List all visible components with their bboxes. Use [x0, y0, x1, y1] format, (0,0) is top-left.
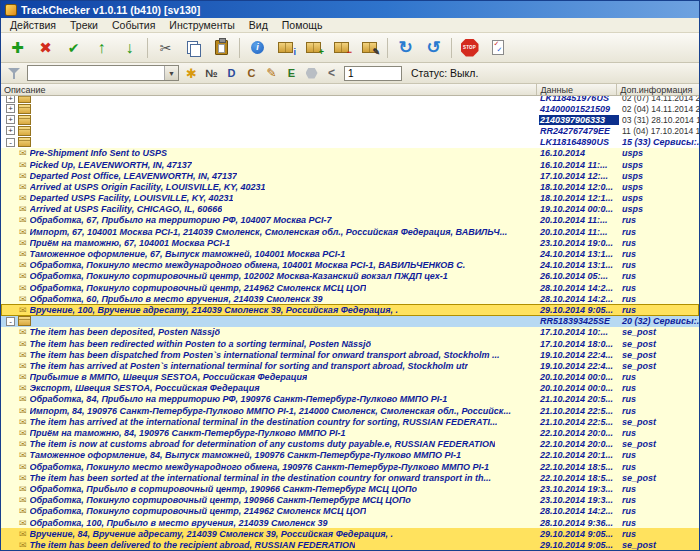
event-mail-icon: ✉: [19, 473, 27, 483]
track-row[interactable]: +LK118451976US02 (07) 14.11.2014 21:...: [1, 96, 699, 103]
add-track-button[interactable]: ✚: [4, 35, 31, 61]
event-row[interactable]: ✉Departed Post Office, LEAVENWORTH, IN, …: [1, 170, 699, 181]
edit-pen-button[interactable]: ✎: [262, 64, 281, 82]
description-cell: ✉The item has been deposited, Posten Näs…: [1, 327, 539, 337]
event-row[interactable]: ✉Pre-Shipment Info Sent to USPS16.10.201…: [1, 148, 699, 159]
expand-toggle[interactable]: +: [6, 104, 15, 113]
track-row[interactable]: -LK118164890US15 (33) Сервисы:...: [1, 137, 699, 148]
delete-track-button[interactable]: ✖: [32, 35, 59, 61]
settings-button[interactable]: ✱: [182, 64, 201, 82]
track-number-cell: 41400001521509: [539, 104, 619, 114]
track-info-button[interactable]: i: [244, 35, 271, 61]
event-row[interactable]: ✉Обработка, Покинуло сортировочный центр…: [1, 495, 699, 506]
column-header-description[interactable]: Описание: [1, 84, 537, 95]
menu-item[interactable]: Треки: [63, 18, 105, 32]
event-date-cell: 22.10.2014 20:0...: [539, 428, 619, 438]
extra-info-cell: usps: [619, 148, 699, 158]
event-row[interactable]: ✉Импорт, 67, 104001 Москва PCI-1, 214039…: [1, 226, 699, 237]
track-row[interactable]: +RR242767479EE11 (04) 17.10.2014 15:...: [1, 125, 699, 136]
paste-button[interactable]: [208, 35, 235, 61]
event-row[interactable]: ✉Обработка, Покинуло место международног…: [1, 260, 699, 271]
copy-button[interactable]: [180, 35, 207, 61]
event-row[interactable]: ✉The item has been sorted at the interna…: [1, 472, 699, 483]
add-package-button[interactable]: [300, 35, 327, 61]
expand-toggle[interactable]: +: [6, 96, 15, 103]
filter-combo[interactable]: ▼: [27, 65, 179, 81]
edit-package-button[interactable]: [356, 35, 383, 61]
menu-item[interactable]: Помощь: [275, 18, 330, 32]
event-row[interactable]: ✉The item has arrived at the internation…: [1, 416, 699, 427]
move-down-button[interactable]: ↓: [116, 35, 143, 61]
refresh-button[interactable]: ↻: [392, 35, 419, 61]
event-row[interactable]: ✉Вручение, 100, Вручение адресату, 21403…: [1, 304, 699, 315]
expand-toggle[interactable]: +: [6, 126, 15, 135]
delete-icon: ✖: [39, 40, 52, 55]
track-row[interactable]: +4140000152150902 (04) 14.11.2014 22:...: [1, 103, 699, 114]
column-header-data[interactable]: Данные: [537, 84, 617, 95]
event-row[interactable]: ✉Таможенное оформление, 67, Выпуск тамож…: [1, 248, 699, 259]
stop-button[interactable]: STOP: [456, 35, 483, 61]
expand-toggle[interactable]: +: [6, 115, 15, 124]
angle-button[interactable]: <: [322, 64, 341, 82]
menu-item[interactable]: Действия: [3, 18, 63, 32]
event-row[interactable]: ✉The item is now at customs abroad for d…: [1, 439, 699, 450]
chevron-down-icon[interactable]: ▼: [164, 66, 178, 80]
collapse-toggle[interactable]: -: [6, 317, 15, 326]
event-row[interactable]: ✉Прибытие в ММПО, Швеция SESTOA, Российс…: [1, 372, 699, 383]
menu-item[interactable]: События: [105, 18, 162, 32]
event-row[interactable]: ✉Обработка, 67, Прибыло на территорию РФ…: [1, 215, 699, 226]
event-date-cell: 29.10.2014 9:05...: [539, 540, 619, 550]
menu-item[interactable]: Инструменты: [162, 18, 241, 32]
counter-input[interactable]: [344, 66, 402, 81]
track-row[interactable]: -RR518393425SE20 (32) Сервисы:...: [1, 316, 699, 327]
check-events-button[interactable]: [484, 35, 511, 61]
event-row[interactable]: ✉Обработка, Покинуло место международног…: [1, 461, 699, 472]
event-row[interactable]: ✉Arrived at USPS Facility, CHICAGO, IL, …: [1, 204, 699, 215]
event-row[interactable]: ✉Вручение, 84, Вручение адресату, 214039…: [1, 528, 699, 539]
track-row[interactable]: +214039790633303 (31) 28.10.2014 18:...: [1, 114, 699, 125]
date-button[interactable]: D: [222, 64, 241, 82]
event-row[interactable]: ✉The item has been deposited, Posten Näs…: [1, 327, 699, 338]
event-row[interactable]: ✉Departed USPS Facility, LOUISVILLE, KY,…: [1, 193, 699, 204]
event-row[interactable]: ✉Обработка, Прибыло в сортировочный цент…: [1, 483, 699, 494]
event-row[interactable]: ✉Обработка, Покинуло сортировочный центр…: [1, 282, 699, 293]
event-row[interactable]: ✉Обработка, Покинуло сортировочный центр…: [1, 506, 699, 517]
filter-button[interactable]: [5, 64, 24, 82]
move-up-button[interactable]: ↑: [88, 35, 115, 61]
event-date-cell: 20.10.2014 11:...: [539, 215, 619, 225]
refresh-all-button[interactable]: ↺: [420, 35, 447, 61]
event-row[interactable]: ✉The item has been redirected within Pos…: [1, 338, 699, 349]
event-row[interactable]: ✉Импорт, 84, 190976 Санкт-Петербург-Пулк…: [1, 405, 699, 416]
description-cell: ✉Обработка, 100, Прибыло в место вручени…: [1, 518, 539, 528]
event-mail-icon: ✉: [19, 193, 27, 203]
comment-button[interactable]: C: [242, 64, 261, 82]
numbering-button[interactable]: №: [202, 64, 221, 82]
menu-item[interactable]: Вид: [242, 18, 275, 32]
event-row[interactable]: ✉Экспорт, Швеция SESTOA, Российская Феде…: [1, 383, 699, 394]
title-bar[interactable]: TrackChecker v1.0.11 (b410) [sv130]: [1, 1, 699, 18]
event-row[interactable]: ✉The item has been delivered to the reci…: [1, 539, 699, 550]
view-package-button[interactable]: [272, 35, 299, 61]
event-row[interactable]: ✉Arrived at USPS Origin Facility, LOUISV…: [1, 181, 699, 192]
event-row[interactable]: ✉Приём на таможню, 67, 104001 Москва PCI…: [1, 237, 699, 248]
hexagon-button[interactable]: [302, 64, 321, 82]
collapse-toggle[interactable]: -: [6, 138, 15, 147]
event-row[interactable]: ✉Обработка, 60, Прибыло в место вручения…: [1, 293, 699, 304]
event-row[interactable]: ✉Приём на таможню, 84, 190976 Санкт-Пете…: [1, 427, 699, 438]
event-row[interactable]: ✉Таможенное оформление, 84, Выпуск тамож…: [1, 450, 699, 461]
column-header-info[interactable]: Доп.информация: [617, 84, 699, 95]
event-row[interactable]: ✉Обработка, 84, Прибыло на территорию РФ…: [1, 394, 699, 405]
events-button[interactable]: E: [282, 64, 301, 82]
event-row[interactable]: ✉The item has arrived at Posten`s intern…: [1, 360, 699, 371]
event-date-cell: 22.10.2014 18:5...: [539, 473, 619, 483]
event-description: Обработка, Покинуло место международного…: [30, 260, 466, 270]
letter-c-icon: C: [248, 68, 256, 79]
event-row[interactable]: ✉Picked Up, LEAVENWORTH, IN, 4713716.10.…: [1, 159, 699, 170]
event-row[interactable]: ✉The item has been dispatched from Poste…: [1, 349, 699, 360]
verify-track-button[interactable]: ✔: [60, 35, 87, 61]
remove-package-button[interactable]: [328, 35, 355, 61]
event-row[interactable]: ✉Обработка, 100, Прибыло в место вручени…: [1, 517, 699, 528]
event-row[interactable]: ✉Обработка, Покинуло сортировочный центр…: [1, 271, 699, 282]
cut-button[interactable]: ✂: [152, 35, 179, 61]
description-cell: +: [1, 96, 539, 103]
